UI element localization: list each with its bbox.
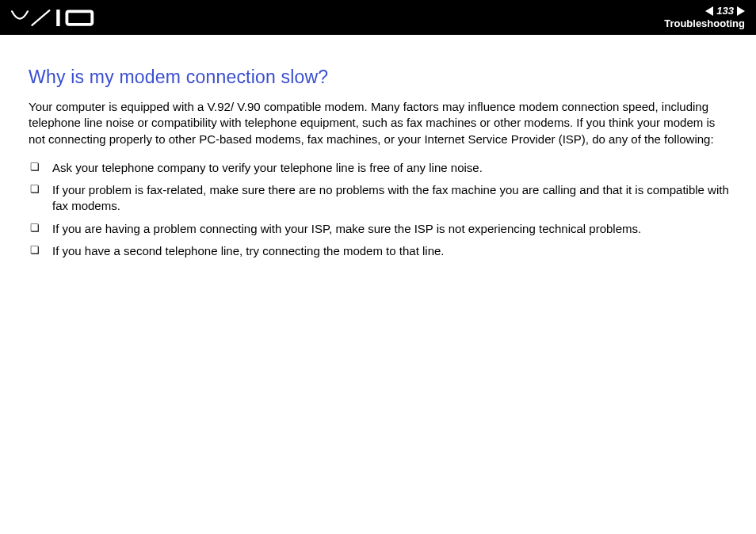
svg-rect-1 — [67, 11, 92, 25]
list-item: If your problem is fax-related, make sur… — [29, 179, 732, 218]
prev-page-arrow-icon[interactable] — [705, 6, 713, 16]
header-nav: 133 Troubleshooting — [664, 6, 745, 30]
list-item: If you have a second telephone line, try… — [29, 240, 732, 262]
list-item: If you are having a problem connecting w… — [29, 218, 732, 240]
next-page-arrow-icon[interactable] — [737, 6, 745, 16]
header-bar: 133 Troubleshooting — [0, 0, 756, 35]
vaio-logo — [11, 9, 98, 26]
intro-paragraph: Your computer is equipped with a V.92/ V… — [29, 99, 732, 147]
section-title: Troubleshooting — [664, 18, 745, 29]
bullet-list: Ask your telephone company to verify you… — [29, 157, 732, 262]
list-item: Ask your telephone company to verify you… — [29, 157, 732, 179]
page-content: Why is my modem connection slow? Your co… — [0, 35, 756, 262]
page-heading: Why is my modem connection slow? — [29, 67, 732, 88]
page-number: 133 — [716, 6, 734, 17]
